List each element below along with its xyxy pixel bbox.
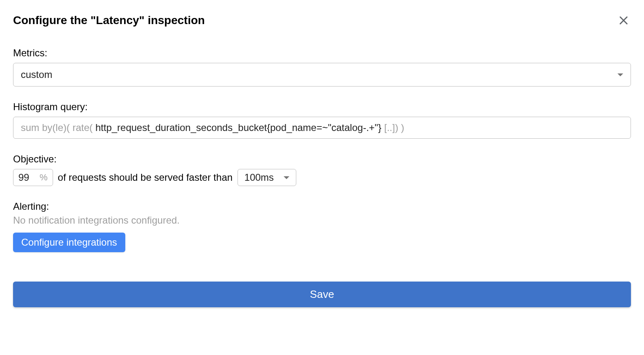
objective-row: % of requests should be served faster th…	[13, 169, 631, 186]
close-button[interactable]	[616, 13, 631, 28]
dialog-title: Configure the "Latency" inspection	[13, 14, 205, 27]
alerting-label: Alerting:	[13, 201, 631, 212]
query-prefix: sum by(le)( rate(	[21, 122, 95, 133]
objective-text: of requests should be served faster than	[58, 172, 233, 183]
percent-sign: %	[40, 172, 48, 183]
dialog-header: Configure the "Latency" inspection	[13, 13, 631, 28]
threshold-value: 100ms	[244, 172, 274, 183]
objective-label: Objective:	[13, 153, 631, 165]
metrics-select[interactable]: custom	[13, 63, 631, 87]
histogram-field: Histogram query: sum by(le)( rate( http_…	[13, 101, 631, 139]
query-main: http_request_duration_seconds_bucket{pod…	[95, 122, 382, 133]
close-icon	[618, 15, 629, 26]
histogram-query-input[interactable]: sum by(le)( rate( http_request_duration_…	[13, 117, 631, 139]
objective-threshold-select[interactable]: 100ms	[238, 169, 296, 186]
configure-integrations-button[interactable]: Configure integrations	[13, 233, 125, 252]
caret-down-icon	[284, 176, 289, 179]
objective-percent-wrap: %	[13, 169, 53, 186]
objective-percent-input[interactable]	[18, 172, 36, 183]
caret-down-icon	[617, 73, 623, 76]
alerting-status: No notification integrations configured.	[13, 215, 631, 226]
metrics-value: custom	[21, 69, 52, 80]
alerting-field: Alerting: No notification integrations c…	[13, 201, 631, 252]
query-suffix: [..]) )	[382, 122, 404, 133]
metrics-field: Metrics: custom	[13, 47, 631, 87]
metrics-label: Metrics:	[13, 47, 631, 59]
save-button[interactable]: Save	[13, 282, 631, 307]
objective-field: Objective: % of requests should be serve…	[13, 153, 631, 186]
histogram-label: Histogram query:	[13, 101, 631, 113]
